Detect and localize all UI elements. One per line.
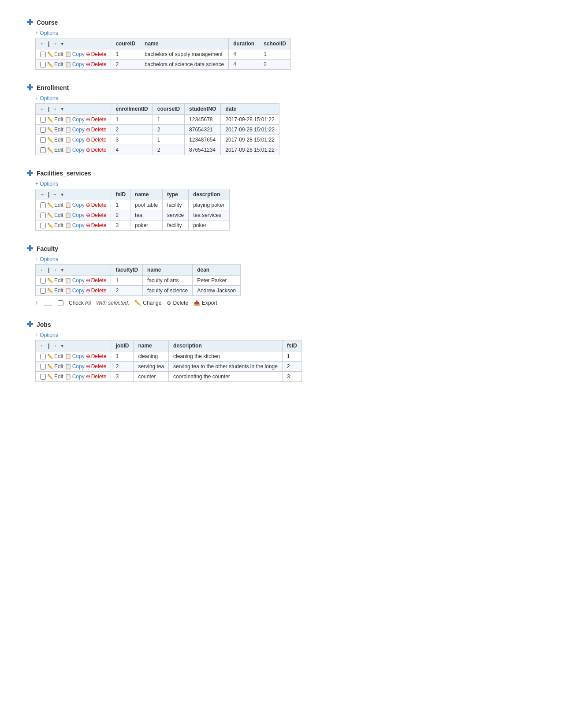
- table-row: ✏️Edit 📋Copy ⊖Delete 2 faculty of scienc…: [36, 286, 241, 296]
- jobs-th-name[interactable]: name: [134, 340, 169, 351]
- course-th-name[interactable]: name: [140, 38, 229, 49]
- facilities-row1-edit[interactable]: ✏️Edit: [47, 202, 63, 208]
- course-th-coureid[interactable]: coureID: [111, 38, 140, 49]
- enrollment-row4-edit[interactable]: ✏️Edit: [47, 147, 63, 153]
- copy-icon: 📋: [65, 127, 71, 133]
- enrollment-row1-edit[interactable]: ✏️Edit: [47, 116, 63, 123]
- course-row1-copy[interactable]: 📋 Copy: [65, 51, 85, 57]
- course-row1-edit[interactable]: ✏️ Edit: [47, 51, 63, 57]
- jobs-row3-checkbox[interactable]: [40, 374, 46, 380]
- course-row2-copy[interactable]: 📋 Copy: [65, 61, 85, 67]
- enrollment-row1-delete[interactable]: ⊖Delete: [86, 116, 107, 123]
- enrollment-row4-delete[interactable]: ⊖Delete: [86, 147, 107, 153]
- jobs-plus-icon: ✚: [26, 320, 33, 329]
- faculty-row1-edit[interactable]: ✏️Edit: [47, 277, 63, 284]
- facilities-th-fsid[interactable]: fsID: [111, 189, 130, 200]
- enrollment-row2-delete[interactable]: ⊖Delete: [86, 127, 107, 133]
- faculty-th-name[interactable]: name: [143, 265, 193, 276]
- course-row1-name: bachelors of supply management: [140, 49, 229, 60]
- check-all-link[interactable]: Check All: [69, 300, 91, 306]
- facilities-row1-checkbox[interactable]: [40, 202, 46, 208]
- copy-icon: 📋: [65, 363, 71, 370]
- facilities-row1-delete[interactable]: ⊖Delete: [86, 202, 107, 208]
- course-options-link[interactable]: + Options: [35, 30, 536, 36]
- faculty-row2-delete[interactable]: ⊖Delete: [86, 287, 107, 294]
- facilities-th-nav: ← | → ▼: [36, 189, 111, 200]
- faculty-th-dean[interactable]: dean: [193, 265, 241, 276]
- jobs-row2-checkbox[interactable]: [40, 364, 46, 370]
- course-row2-checkbox[interactable]: [40, 62, 46, 67]
- facilities-th-type[interactable]: type: [163, 189, 189, 200]
- course-th-schoolid[interactable]: schoolID: [259, 38, 291, 49]
- facilities-row3-copy[interactable]: 📋Copy: [65, 222, 85, 228]
- faculty-row1-copy[interactable]: 📋Copy: [65, 277, 85, 284]
- faculty-row2-edit[interactable]: ✏️Edit: [47, 287, 63, 294]
- facilities-row1-copy[interactable]: 📋Copy: [65, 202, 85, 208]
- jobs-row2-copy[interactable]: 📋Copy: [65, 363, 85, 370]
- course-plus-icon: ✚: [26, 18, 33, 27]
- delete-icon: ⊖: [86, 353, 90, 359]
- enrollment-th-date[interactable]: date: [221, 104, 279, 115]
- jobs-th-fsid[interactable]: fsID: [282, 340, 301, 351]
- check-all-checkbox[interactable]: [58, 300, 63, 306]
- enrollment-row2-copy[interactable]: 📋Copy: [65, 127, 85, 133]
- course-row1-checkbox[interactable]: [40, 52, 46, 57]
- pencil-icon: ✏️: [47, 202, 53, 208]
- jobs-row3-delete[interactable]: ⊖Delete: [86, 373, 107, 380]
- facilities-row3-edit[interactable]: ✏️Edit: [47, 222, 63, 228]
- jobs-options-link[interactable]: + Options: [35, 332, 536, 338]
- faculty-bottom-bar: ↑ ___ Check All With selected: ✏️ Change…: [35, 299, 536, 306]
- enrollment-row3-delete[interactable]: ⊖Delete: [86, 137, 107, 143]
- jobs-row1-checkbox[interactable]: [40, 354, 46, 359]
- faculty-row1-checkbox[interactable]: [40, 278, 46, 284]
- change-link[interactable]: ✏️ Change: [134, 300, 161, 306]
- facilities-row2-delete[interactable]: ⊖Delete: [86, 212, 107, 218]
- enrollment-th-courseid[interactable]: courseID: [153, 104, 184, 115]
- enrollment-row2-checkbox[interactable]: [40, 127, 46, 133]
- enrollment-row2-edit[interactable]: ✏️Edit: [47, 127, 63, 133]
- faculty-table: ← | → ▼ facultyID name dean ✏️Edit 📋Co: [35, 264, 241, 296]
- export-link[interactable]: 📤 Export: [194, 300, 217, 306]
- enrollment-row1-checkbox[interactable]: [40, 117, 46, 123]
- pencil-icon: ✏️: [134, 300, 141, 306]
- facilities-options-link[interactable]: + Options: [35, 181, 536, 187]
- copy-icon: 📋: [65, 202, 71, 208]
- course-row2-edit[interactable]: ✏️ Edit: [47, 61, 63, 67]
- enrollment-th-studentno[interactable]: studentNO: [185, 104, 221, 115]
- delete-bottom-link[interactable]: ⊖ Delete: [167, 300, 188, 306]
- jobs-row2-delete[interactable]: ⊖Delete: [86, 363, 107, 370]
- jobs-row1-copy[interactable]: 📋Copy: [65, 353, 85, 359]
- course-th-duration[interactable]: duration: [229, 38, 259, 49]
- enrollment-row3-actions: ✏️Edit 📋Copy ⊖Delete: [36, 135, 111, 145]
- facilities-th-descrption[interactable]: descrption: [189, 189, 229, 200]
- jobs-row2-edit[interactable]: ✏️Edit: [47, 363, 63, 370]
- pencil-icon: ✏️: [47, 147, 53, 153]
- facilities-th-name[interactable]: name: [130, 189, 163, 200]
- faculty-th-id[interactable]: facultyID: [111, 265, 143, 276]
- facilities-row3-checkbox[interactable]: [40, 223, 46, 228]
- faculty-row1-delete[interactable]: ⊖Delete: [86, 277, 107, 284]
- faculty-row2-copy[interactable]: 📋Copy: [65, 287, 85, 294]
- jobs-row1-edit[interactable]: ✏️Edit: [47, 353, 63, 359]
- enrollment-options-link[interactable]: + Options: [35, 95, 536, 101]
- faculty-options-link[interactable]: + Options: [35, 256, 536, 262]
- enrollment-row4-checkbox[interactable]: [40, 147, 46, 153]
- faculty-row2-checkbox[interactable]: [40, 288, 46, 294]
- enrollment-th-id[interactable]: enrollmentID: [111, 104, 153, 115]
- jobs-row3-copy[interactable]: 📋Copy: [65, 373, 85, 380]
- enrollment-row1-copy[interactable]: 📋Copy: [65, 116, 85, 123]
- facilities-row2-edit[interactable]: ✏️Edit: [47, 212, 63, 218]
- enrollment-row4-copy[interactable]: 📋Copy: [65, 147, 85, 153]
- jobs-th-description[interactable]: description: [169, 340, 283, 351]
- course-row2-delete[interactable]: ⊖ Delete: [86, 61, 107, 67]
- facilities-row3-delete[interactable]: ⊖Delete: [86, 222, 107, 228]
- facilities-row2-copy[interactable]: 📋Copy: [65, 212, 85, 218]
- facilities-row2-checkbox[interactable]: [40, 213, 46, 218]
- jobs-th-jobid[interactable]: jobID: [111, 340, 134, 351]
- course-row1-delete[interactable]: ⊖ Delete: [86, 51, 107, 57]
- enrollment-row3-checkbox[interactable]: [40, 137, 46, 143]
- enrollment-row3-edit[interactable]: ✏️Edit: [47, 137, 63, 143]
- jobs-row3-edit[interactable]: ✏️Edit: [47, 373, 63, 380]
- enrollment-row3-copy[interactable]: 📋Copy: [65, 137, 85, 143]
- jobs-row1-delete[interactable]: ⊖Delete: [86, 353, 107, 359]
